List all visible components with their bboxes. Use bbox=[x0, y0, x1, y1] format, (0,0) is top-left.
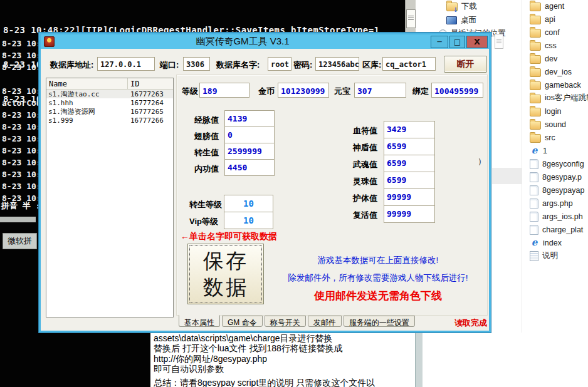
file-item[interactable]: 1 bbox=[530, 145, 547, 156]
console-edge-line: 8-23 10: bbox=[2, 182, 41, 191]
file-item[interactable]: args_ios.ph bbox=[530, 211, 583, 222]
notepad-line: 总结：请看8gesypay script里的说明 只需修改这个文件以 bbox=[154, 378, 375, 387]
disconnect-button[interactable]: 断开 bbox=[444, 56, 487, 73]
file-item[interactable]: login bbox=[530, 106, 561, 116]
file-item[interactable]: css bbox=[530, 40, 557, 51]
db-name-input[interactable]: root bbox=[268, 57, 291, 71]
minimize-button[interactable]: ─ bbox=[431, 36, 448, 48]
wing-label: 翅膀值 bbox=[194, 131, 219, 142]
close-button[interactable]: X bbox=[466, 36, 488, 48]
tab-server-settings[interactable]: 服务端的一些设置 bbox=[344, 316, 415, 327]
player-list[interactable]: Name ID s1.淘游tao.cc16777263 s1.hhh167772… bbox=[46, 78, 174, 317]
titlebar[interactable]: 幽冥传奇GM工具 V3.1 ─ □ X bbox=[41, 34, 489, 49]
file-label: charge_plat bbox=[542, 225, 583, 234]
column-header-name[interactable]: Name bbox=[46, 78, 128, 89]
xuefu-input[interactable]: 3429 bbox=[384, 121, 435, 138]
vip-level-input[interactable]: 10 bbox=[224, 212, 273, 229]
file-label: dev bbox=[545, 54, 557, 63]
tab-send-mail[interactable]: 发邮件 bbox=[308, 316, 342, 327]
level-label: 等级 bbox=[182, 86, 198, 97]
player-id: 16777263 bbox=[128, 90, 164, 98]
ie-icon bbox=[530, 238, 539, 247]
huti-label: 护体值 bbox=[353, 193, 377, 204]
ime-name-box[interactable]: 微软拼 bbox=[3, 233, 37, 249]
file-item[interactable]: args.php bbox=[530, 198, 573, 209]
file-item[interactable]: charge_plat bbox=[530, 224, 583, 235]
player-row[interactable]: s1.淘游tao.cc16777263 bbox=[46, 90, 173, 98]
yuanbao-input[interactable]: 307 bbox=[354, 83, 406, 98]
folder-icon bbox=[530, 3, 541, 11]
wuhun-input[interactable]: 6599 bbox=[384, 155, 435, 172]
bound-input[interactable]: 100495999 bbox=[431, 83, 483, 98]
explorer-scrollbar-thumb[interactable] bbox=[495, 34, 503, 49]
zone-db-input[interactable]: cq_actor1 bbox=[382, 57, 436, 71]
file-item[interactable]: agent bbox=[530, 1, 564, 11]
player-row[interactable]: s1.淘游资源网16777265 bbox=[46, 107, 173, 116]
folder-icon bbox=[530, 134, 541, 143]
player-row[interactable]: s1.99916777266 bbox=[46, 116, 173, 125]
player-name: s1.淘游资源网 bbox=[46, 107, 128, 116]
rebirth-level-input[interactable]: 10 bbox=[224, 195, 273, 212]
file-icon bbox=[530, 159, 538, 169]
tab-title-switch[interactable]: 称号开关 bbox=[265, 316, 306, 327]
save-data-button[interactable]: 保存 数据 bbox=[187, 244, 264, 304]
level-input[interactable]: 189 bbox=[199, 83, 249, 98]
gm-tool-window: 幽冥传奇GM工具 V3.1 ─ □ X 数据库地址: 127.0.0.1 端口:… bbox=[39, 33, 491, 333]
file-item[interactable]: 说明 bbox=[530, 250, 558, 261]
file-item[interactable]: 8gesypayap bbox=[530, 185, 584, 195]
stray-text: ) bbox=[478, 158, 482, 167]
notepad-area[interactable]: assets\data\scripts\game\charge目录进行替换 替换… bbox=[150, 333, 588, 387]
ime-status-text: 拼音 半 : bbox=[1, 200, 40, 212]
rebirth-value-input[interactable]: 2599999 bbox=[224, 143, 275, 160]
file-item[interactable]: ios客户端跳转 bbox=[530, 93, 588, 103]
file-item[interactable]: dev bbox=[530, 53, 557, 64]
notepad-scrollbar[interactable] bbox=[415, 333, 423, 387]
file-label: args_ios.ph bbox=[542, 212, 583, 221]
download-folder-icon bbox=[446, 3, 458, 11]
file-item[interactable]: 8gesypay.p bbox=[530, 172, 582, 182]
console-scrollbar-thumb[interactable] bbox=[406, 9, 416, 28]
player-name: s1.淘游tao.cc bbox=[46, 90, 128, 99]
revive-input[interactable]: 99999 bbox=[384, 205, 435, 223]
file-label: api bbox=[545, 15, 555, 24]
note-red: 使用邮件发送无需角色下线 bbox=[270, 289, 486, 303]
wing-input[interactable]: 0 bbox=[224, 126, 275, 143]
meridian-input[interactable]: 4139 bbox=[224, 110, 275, 127]
file-item[interactable]: src bbox=[530, 132, 555, 143]
file-label: 8gesyconfig bbox=[542, 160, 584, 168]
lingzhu-input[interactable]: 6599 bbox=[384, 172, 435, 189]
file-item[interactable]: gameback bbox=[530, 80, 581, 90]
nav-item-desktop[interactable]: 桌面 bbox=[446, 15, 476, 25]
file-item[interactable]: conf bbox=[530, 27, 560, 38]
rebirth-value-label: 转生值 bbox=[194, 147, 219, 158]
tab-basic-attributes[interactable]: 基本属性 bbox=[179, 315, 220, 327]
zone-db-label: 区库: bbox=[362, 59, 381, 71]
screen: 8-23 10:48:22][TIP]CLogicDBReqestHandler… bbox=[0, 0, 588, 387]
neigong-input[interactable]: 4450 bbox=[224, 159, 275, 176]
lingzhu-label: 灵珠值 bbox=[353, 176, 377, 187]
tab-gm-command[interactable]: GM 命令 bbox=[222, 316, 263, 327]
file-item[interactable]: api bbox=[530, 14, 555, 24]
port-input[interactable]: 3306 bbox=[183, 57, 210, 71]
file-item[interactable]: dev_ios bbox=[530, 66, 572, 77]
player-id: 16777264 bbox=[128, 99, 164, 107]
tab-bar: 基本属性 GM 命令 称号开关 发邮件 服务端的一些设置 bbox=[179, 316, 415, 327]
password-input[interactable]: 123456abc bbox=[315, 57, 359, 71]
column-header-id[interactable]: ID bbox=[128, 78, 139, 89]
maximize-button[interactable]: □ bbox=[449, 36, 465, 48]
folder-icon bbox=[530, 68, 541, 77]
file-item[interactable]: sound bbox=[530, 119, 566, 130]
desktop-icon bbox=[446, 16, 457, 24]
file-icon bbox=[530, 212, 538, 222]
db-address-input[interactable]: 127.0.0.1 bbox=[97, 57, 155, 71]
player-row[interactable]: s1.hhh16777264 bbox=[46, 98, 173, 107]
shield-input[interactable]: 6599 bbox=[384, 138, 435, 155]
file-item[interactable]: index bbox=[530, 237, 562, 248]
file-item[interactable]: 8gesyconfig bbox=[530, 158, 584, 169]
console-scrollbar[interactable] bbox=[405, 0, 416, 33]
console-edge-line: 8-23 10: bbox=[2, 170, 41, 179]
huti-input[interactable]: 99999 bbox=[384, 188, 435, 206]
file-label: sound bbox=[545, 120, 566, 129]
nav-item-downloads[interactable]: 下载 bbox=[446, 1, 477, 11]
gold-input[interactable]: 101230999 bbox=[278, 83, 329, 98]
